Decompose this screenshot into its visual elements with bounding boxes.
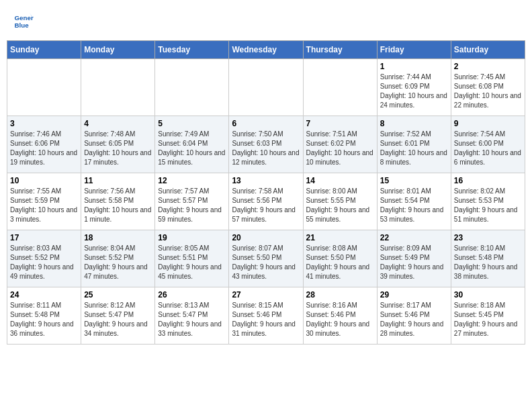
day-info: Sunrise: 8:03 AM Sunset: 5:52 PM Dayligh…: [10, 244, 78, 281]
day-info: Sunrise: 8:02 AM Sunset: 5:53 PM Dayligh…: [454, 187, 522, 224]
day-info: Sunrise: 8:17 AM Sunset: 5:46 PM Dayligh…: [380, 301, 448, 338]
day-info: Sunrise: 8:11 AM Sunset: 5:48 PM Dayligh…: [10, 301, 78, 338]
calendar-cell: 1Sunrise: 7:44 AM Sunset: 6:09 PM Daylig…: [377, 59, 451, 116]
day-number: 27: [232, 290, 300, 300]
day-info: Sunrise: 7:52 AM Sunset: 6:01 PM Dayligh…: [380, 130, 448, 167]
day-number: 6: [232, 119, 300, 128]
day-number: 10: [10, 176, 78, 185]
day-number: 26: [158, 290, 226, 300]
calendar-cell: [155, 59, 229, 116]
calendar-cell: 21Sunrise: 8:08 AM Sunset: 5:50 PM Dayli…: [303, 230, 377, 287]
calendar-cell: 7Sunrise: 7:51 AM Sunset: 6:02 PM Daylig…: [303, 116, 377, 173]
calendar-cell: 15Sunrise: 8:01 AM Sunset: 5:54 PM Dayli…: [377, 173, 451, 230]
day-number: 25: [84, 290, 152, 300]
day-info: Sunrise: 8:09 AM Sunset: 5:49 PM Dayligh…: [380, 244, 448, 281]
day-info: Sunrise: 8:16 AM Sunset: 5:46 PM Dayligh…: [306, 301, 374, 338]
calendar-day-header: Thursday: [303, 41, 377, 59]
day-number: 30: [454, 290, 522, 300]
day-info: Sunrise: 8:13 AM Sunset: 5:47 PM Dayligh…: [158, 301, 226, 338]
day-number: 16: [454, 176, 522, 185]
general-blue-logo-icon: General Blue: [13, 10, 34, 30]
day-number: 20: [232, 233, 300, 242]
calendar-cell: 17Sunrise: 8:03 AM Sunset: 5:52 PM Dayli…: [7, 230, 81, 287]
day-number: 23: [454, 233, 522, 242]
day-number: 5: [158, 119, 226, 128]
calendar-cell: 28Sunrise: 8:16 AM Sunset: 5:46 PM Dayli…: [303, 287, 377, 345]
calendar-cell: 12Sunrise: 7:57 AM Sunset: 5:57 PM Dayli…: [155, 173, 229, 230]
calendar-cell: 25Sunrise: 8:12 AM Sunset: 5:47 PM Dayli…: [81, 287, 155, 345]
calendar-day-header: Sunday: [7, 41, 81, 59]
calendar-table: SundayMondayTuesdayWednesdayThursdayFrid…: [7, 40, 525, 345]
day-number: 24: [10, 290, 78, 300]
calendar-cell: 6Sunrise: 7:50 AM Sunset: 6:03 PM Daylig…: [229, 116, 303, 173]
day-number: 8: [380, 119, 448, 128]
day-info: Sunrise: 7:49 AM Sunset: 6:04 PM Dayligh…: [158, 130, 226, 167]
calendar-cell: 16Sunrise: 8:02 AM Sunset: 5:53 PM Dayli…: [451, 173, 525, 230]
calendar-day-header: Friday: [377, 41, 451, 59]
calendar-cell: [81, 59, 155, 116]
calendar-cell: 9Sunrise: 7:54 AM Sunset: 6:00 PM Daylig…: [451, 116, 525, 173]
calendar-cell: 8Sunrise: 7:52 AM Sunset: 6:01 PM Daylig…: [377, 116, 451, 173]
day-info: Sunrise: 7:55 AM Sunset: 5:59 PM Dayligh…: [10, 187, 78, 224]
calendar-cell: [303, 59, 377, 116]
day-info: Sunrise: 7:50 AM Sunset: 6:03 PM Dayligh…: [232, 130, 300, 167]
calendar-cell: 23Sunrise: 8:10 AM Sunset: 5:48 PM Dayli…: [451, 230, 525, 287]
calendar-cell: 24Sunrise: 8:11 AM Sunset: 5:48 PM Dayli…: [7, 287, 81, 345]
calendar-week-row: 10Sunrise: 7:55 AM Sunset: 5:59 PM Dayli…: [7, 173, 525, 230]
calendar-cell: 10Sunrise: 7:55 AM Sunset: 5:59 PM Dayli…: [7, 173, 81, 230]
calendar-cell: 18Sunrise: 8:04 AM Sunset: 5:52 PM Dayli…: [81, 230, 155, 287]
day-info: Sunrise: 8:15 AM Sunset: 5:46 PM Dayligh…: [232, 301, 300, 338]
day-number: 21: [306, 233, 374, 242]
calendar-week-row: 24Sunrise: 8:11 AM Sunset: 5:48 PM Dayli…: [7, 287, 525, 345]
day-info: Sunrise: 8:08 AM Sunset: 5:50 PM Dayligh…: [306, 244, 374, 281]
calendar-cell: 22Sunrise: 8:09 AM Sunset: 5:49 PM Dayli…: [377, 230, 451, 287]
calendar-day-header: Wednesday: [229, 41, 303, 59]
day-number: 3: [10, 119, 78, 128]
calendar-cell: 11Sunrise: 7:56 AM Sunset: 5:58 PM Dayli…: [81, 173, 155, 230]
calendar-cell: 3Sunrise: 7:46 AM Sunset: 6:06 PM Daylig…: [7, 116, 81, 173]
calendar-week-row: 1Sunrise: 7:44 AM Sunset: 6:09 PM Daylig…: [7, 59, 525, 116]
day-number: 17: [10, 233, 78, 242]
calendar-day-header: Saturday: [451, 41, 525, 59]
day-info: Sunrise: 8:00 AM Sunset: 5:55 PM Dayligh…: [306, 187, 374, 224]
day-info: Sunrise: 8:12 AM Sunset: 5:47 PM Dayligh…: [84, 301, 152, 338]
day-info: Sunrise: 8:01 AM Sunset: 5:54 PM Dayligh…: [380, 187, 448, 224]
calendar-cell: 29Sunrise: 8:17 AM Sunset: 5:46 PM Dayli…: [377, 287, 451, 345]
calendar-cell: 30Sunrise: 8:18 AM Sunset: 5:45 PM Dayli…: [451, 287, 525, 345]
day-number: 2: [454, 62, 522, 71]
day-number: 1: [380, 62, 448, 71]
day-info: Sunrise: 7:56 AM Sunset: 5:58 PM Dayligh…: [84, 187, 152, 224]
day-number: 29: [380, 290, 448, 300]
day-info: Sunrise: 8:04 AM Sunset: 5:52 PM Dayligh…: [84, 244, 152, 281]
day-info: Sunrise: 7:58 AM Sunset: 5:56 PM Dayligh…: [232, 187, 300, 224]
page-header: General Blue: [7, 7, 525, 34]
calendar-day-header: Monday: [81, 41, 155, 59]
day-number: 19: [158, 233, 226, 242]
day-info: Sunrise: 7:45 AM Sunset: 6:08 PM Dayligh…: [454, 73, 522, 110]
day-number: 28: [306, 290, 374, 300]
calendar-week-row: 17Sunrise: 8:03 AM Sunset: 5:52 PM Dayli…: [7, 230, 525, 287]
day-info: Sunrise: 8:10 AM Sunset: 5:48 PM Dayligh…: [454, 244, 522, 281]
day-number: 18: [84, 233, 152, 242]
day-info: Sunrise: 8:18 AM Sunset: 5:45 PM Dayligh…: [454, 301, 522, 338]
day-info: Sunrise: 8:07 AM Sunset: 5:50 PM Dayligh…: [232, 244, 300, 281]
logo: General Blue: [13, 10, 36, 30]
day-number: 9: [454, 119, 522, 128]
calendar-day-header: Tuesday: [155, 41, 229, 59]
calendar-cell: [229, 59, 303, 116]
day-number: 7: [306, 119, 374, 128]
day-info: Sunrise: 7:51 AM Sunset: 6:02 PM Dayligh…: [306, 130, 374, 167]
day-info: Sunrise: 7:57 AM Sunset: 5:57 PM Dayligh…: [158, 187, 226, 224]
day-info: Sunrise: 8:05 AM Sunset: 5:51 PM Dayligh…: [158, 244, 226, 281]
svg-text:Blue: Blue: [15, 21, 30, 29]
day-number: 14: [306, 176, 374, 185]
calendar-cell: 27Sunrise: 8:15 AM Sunset: 5:46 PM Dayli…: [229, 287, 303, 345]
day-number: 12: [158, 176, 226, 185]
calendar-cell: 13Sunrise: 7:58 AM Sunset: 5:56 PM Dayli…: [229, 173, 303, 230]
calendar-cell: 14Sunrise: 8:00 AM Sunset: 5:55 PM Dayli…: [303, 173, 377, 230]
calendar-cell: 5Sunrise: 7:49 AM Sunset: 6:04 PM Daylig…: [155, 116, 229, 173]
calendar-cell: [7, 59, 81, 116]
day-info: Sunrise: 7:48 AM Sunset: 6:05 PM Dayligh…: [84, 130, 152, 167]
calendar-cell: 20Sunrise: 8:07 AM Sunset: 5:50 PM Dayli…: [229, 230, 303, 287]
day-number: 13: [232, 176, 300, 185]
